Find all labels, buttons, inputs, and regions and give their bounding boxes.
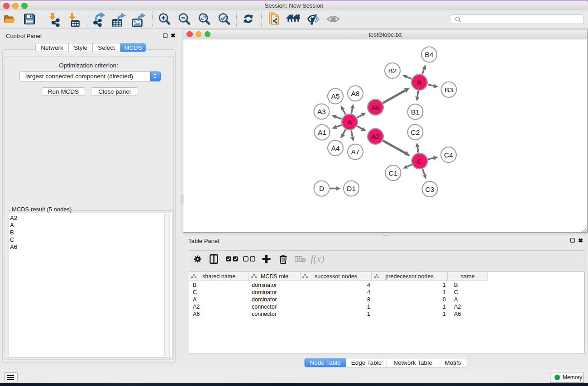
svg-text:B2: B2 [388,67,397,75]
svg-text:C2: C2 [411,129,420,136]
svg-text:C3: C3 [425,186,435,193]
svg-text:D: D [319,185,324,192]
svg-text:A8: A8 [351,90,360,97]
svg-text:A6: A6 [371,104,380,111]
svg-text:A4: A4 [331,144,340,152]
svg-text:A: A [347,118,352,126]
svg-text:B1: B1 [411,108,420,116]
svg-text:B: B [417,79,421,86]
svg-text:A2: A2 [371,133,380,140]
svg-text:A5: A5 [331,92,340,100]
svg-text:A7: A7 [351,148,360,156]
svg-text:A3: A3 [317,108,326,115]
svg-text:A1: A1 [318,129,326,136]
svg-text:C: C [417,157,422,165]
svg-text:B3: B3 [445,86,453,94]
svg-text:C4: C4 [444,151,453,159]
svg-text:B4: B4 [425,51,434,58]
svg-text:D1: D1 [347,185,356,192]
svg-text:C1: C1 [389,169,398,177]
